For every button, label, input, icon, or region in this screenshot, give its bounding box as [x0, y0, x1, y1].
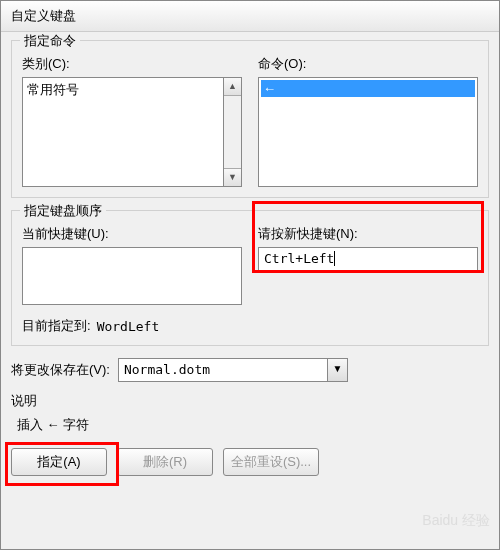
list-item[interactable]: ← [261, 80, 475, 97]
save-in-label: 将更改保存在(V): [11, 361, 110, 379]
scroll-track[interactable] [224, 96, 241, 168]
window-title: 自定义键盘 [11, 8, 76, 23]
group-command-title: 指定命令 [20, 32, 80, 50]
watermark: Baidu 经验 [422, 512, 490, 530]
description-text: 插入 ← 字符 [17, 416, 489, 434]
description-label: 说明 [11, 392, 489, 410]
title-bar: 自定义键盘 [1, 1, 499, 32]
new-shortcut-input[interactable]: Ctrl+Left [258, 247, 478, 271]
assign-button[interactable]: 指定(A) [11, 448, 107, 476]
scroll-up-icon[interactable]: ▲ [224, 78, 241, 96]
assign-button-highlight: 指定(A) [11, 448, 107, 476]
chevron-down-icon[interactable]: ▼ [327, 359, 347, 381]
group-sequence: 指定键盘顺序 当前快捷键(U): 请按新快捷键(N): Ctrl+Left 目前… [11, 210, 489, 346]
current-shortcut-listbox[interactable] [22, 247, 242, 305]
command-listbox[interactable]: ← [258, 77, 478, 187]
button-row: 指定(A) 删除(R) 全部重设(S)... [11, 448, 489, 476]
command-label: 命令(O): [258, 55, 478, 73]
list-item[interactable]: 常用符号 [25, 80, 221, 100]
group-command: 指定命令 类别(C): 常用符号 ▲ ▼ [11, 40, 489, 198]
save-in-combobox[interactable]: Normal.dotm ▼ [118, 358, 348, 382]
category-label: 类别(C): [22, 55, 242, 73]
category-scrollbar[interactable]: ▲ ▼ [224, 77, 242, 187]
new-shortcut-highlight: 请按新快捷键(N): Ctrl+Left [258, 225, 478, 271]
scroll-down-icon[interactable]: ▼ [224, 168, 241, 186]
assigned-to-label: 目前指定到: [22, 317, 91, 335]
new-shortcut-label: 请按新快捷键(N): [258, 225, 478, 243]
current-shortcut-label: 当前快捷键(U): [22, 225, 242, 243]
arrow-left-icon: ← [263, 81, 276, 96]
group-sequence-title: 指定键盘顺序 [20, 202, 106, 220]
reset-button[interactable]: 全部重设(S)... [223, 448, 319, 476]
category-listbox[interactable]: 常用符号 [22, 77, 224, 187]
remove-button[interactable]: 删除(R) [117, 448, 213, 476]
description-section: 说明 插入 ← 字符 [11, 392, 489, 434]
assigned-to-value: WordLeft [97, 319, 160, 334]
save-in-value: Normal.dotm [119, 359, 327, 381]
save-in-row: 将更改保存在(V): Normal.dotm ▼ [11, 358, 489, 382]
